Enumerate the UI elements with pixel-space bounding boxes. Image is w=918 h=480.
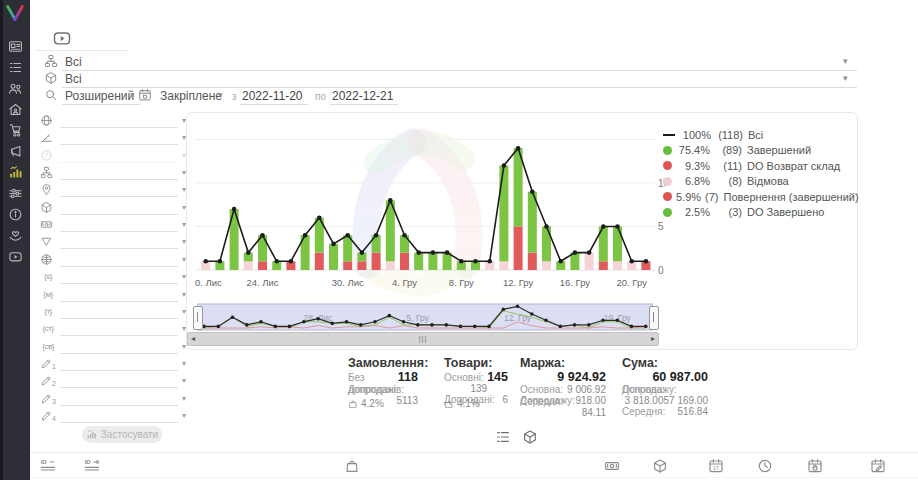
sidebar-item-card[interactable] xyxy=(0,36,30,57)
date-from-input[interactable]: 2022-11-20 xyxy=(242,89,303,103)
sliders-icon xyxy=(8,186,23,201)
filter-select-level[interactable]: ▾ xyxy=(38,130,180,147)
calendaredit-icon xyxy=(870,458,886,474)
column-header-calendar17[interactable]: 17 xyxy=(708,458,724,474)
column-header-calendaredit[interactable] xyxy=(870,458,886,474)
column-header-idline[interactable]: ID xyxy=(40,458,56,474)
filter-select-globe2[interactable]: ▾ xyxy=(38,252,180,269)
input-underline xyxy=(60,405,178,406)
filter-select-tag-{ст}[interactable]: {ст}▾ xyxy=(38,321,180,338)
sidebar-item-chart[interactable] xyxy=(0,162,30,183)
status-filter[interactable]: Всі ▾ xyxy=(40,54,860,71)
search-icon xyxy=(44,88,58,102)
filter-select-money[interactable]: ▾ xyxy=(38,217,180,234)
column-header-clock[interactable] xyxy=(757,458,773,474)
legend-count: (11) xyxy=(714,160,742,172)
navigator-right-handle[interactable] xyxy=(649,306,659,330)
filter-select-pencil[interactable]: 3▾ xyxy=(38,391,180,408)
summary-title: Товари:145 xyxy=(444,356,508,372)
input-underline xyxy=(60,335,178,336)
legend-count: (7) xyxy=(705,191,718,203)
filter-select-pencil[interactable]: 1▾ xyxy=(38,356,180,373)
sidebar-item-rows[interactable] xyxy=(0,57,30,78)
bag-icon xyxy=(344,458,360,474)
svg-text:5: 5 xyxy=(658,221,664,232)
filter-select-pencil[interactable]: 4▾ xyxy=(38,408,180,425)
chart-scrollbar[interactable]: ◂ ||| ▸ xyxy=(187,332,659,346)
dot-swatch xyxy=(663,192,672,201)
filter-select-funnel[interactable]: ▾ xyxy=(38,234,180,251)
dot-swatch xyxy=(663,146,672,155)
legend-item[interactable]: 75.4%(89)Завершений xyxy=(663,143,851,159)
svg-text:?: ? xyxy=(45,152,48,158)
date-to-label: по xyxy=(315,91,326,102)
filter-select-tag-{s}[interactable]: {s}▾ xyxy=(38,269,180,286)
chart-navigator[interactable]: 28. Лис5. Гру12. Гру19. Гру xyxy=(197,303,653,331)
scrollbar-grip[interactable]: ||| xyxy=(419,333,427,344)
legend-item[interactable]: 6.8%(8)Відмова xyxy=(663,174,851,190)
filter-select-globe[interactable]: ▾ xyxy=(38,113,180,130)
filter-select-help[interactable]: ?▾ xyxy=(38,148,180,165)
legend-item[interactable]: 9.3%(11)DO Возврат склад xyxy=(663,158,851,174)
filter-select-pin[interactable]: ▾ xyxy=(38,182,180,199)
column-header-bag[interactable] xyxy=(344,458,360,474)
legend-item[interactable]: 100%(118)Всі xyxy=(663,127,851,143)
sidebar-item-care[interactable] xyxy=(0,225,30,246)
filter-select-pencil[interactable]: 2▾ xyxy=(38,373,180,390)
period-mode-select[interactable]: Закріплене xyxy=(160,89,222,103)
package-icon xyxy=(44,71,58,85)
app-logo[interactable] xyxy=(4,3,26,23)
sidebar-item-info[interactable] xyxy=(0,204,30,225)
filter-select-package[interactable]: ▾ xyxy=(38,200,180,217)
sidebar-item-users[interactable] xyxy=(0,78,30,99)
care-icon xyxy=(8,228,23,243)
chevron-down-icon: ▾ xyxy=(182,359,186,368)
filter-tag-label: {s} xyxy=(38,272,58,281)
bag-icon xyxy=(348,399,358,409)
column-header-package[interactable] xyxy=(652,458,668,474)
level-icon xyxy=(40,131,53,144)
sidebar-item-home[interactable] xyxy=(0,99,30,120)
svg-text:17: 17 xyxy=(713,465,719,471)
svg-text:ID: ID xyxy=(85,459,92,465)
apply-button[interactable]: Застосувати xyxy=(82,426,162,443)
dot-swatch xyxy=(663,208,672,217)
column-header-idcircle[interactable]: ID xyxy=(84,458,100,474)
list-view-toggle[interactable] xyxy=(495,428,513,446)
product-filter[interactable]: Всі ▾ xyxy=(40,71,860,88)
sidebar-item-sliders[interactable] xyxy=(0,183,30,204)
filter-select-tag-{м}[interactable]: {м}▾ xyxy=(38,287,180,304)
legend-label: DO Завершено xyxy=(747,206,824,218)
calendar-icon xyxy=(138,88,152,102)
column-header-money[interactable] xyxy=(604,458,620,474)
navigator-left-handle[interactable] xyxy=(193,306,203,330)
date-to-input[interactable]: 2022-12-21 xyxy=(332,89,393,103)
filter-select-sitemap[interactable]: ▾ xyxy=(38,165,180,182)
date-from-label: з xyxy=(232,91,237,102)
filter-select-tag-{т}[interactable]: {т}▾ xyxy=(38,304,180,321)
column-header-calendarlock[interactable] xyxy=(807,458,823,474)
status-filter-value: Всі xyxy=(65,55,82,69)
info-icon xyxy=(8,207,23,222)
input-underline xyxy=(60,162,178,163)
legend-item[interactable]: 5.9%(7)Повернення (завершений) xyxy=(663,189,851,205)
search-mode-select[interactable]: Розширений xyxy=(65,89,134,103)
sidebar-item-video[interactable] xyxy=(0,246,30,267)
footer-divider xyxy=(30,452,918,453)
pencil-index: 4 xyxy=(52,415,56,422)
scroll-left-icon[interactable]: ◂ xyxy=(191,333,195,344)
legend-pct: 9.3% xyxy=(676,160,710,172)
summary-column: Товари:145Основні:139Допродані:64.1% xyxy=(444,356,508,409)
video-tutorial-button[interactable] xyxy=(52,28,74,47)
package-icon xyxy=(522,429,538,445)
legend-item[interactable]: 2.5%(3)DO Завершено xyxy=(663,205,851,221)
filter-select-tag-{св}[interactable]: {св}▾ xyxy=(38,339,180,356)
input-underline xyxy=(60,179,178,180)
svg-text:20. Лис: 20. Лис xyxy=(195,277,222,288)
product-view-toggle[interactable] xyxy=(522,428,540,446)
globe2-icon xyxy=(40,253,53,266)
sidebar-item-cart[interactable] xyxy=(0,120,30,141)
input-underline xyxy=(60,266,178,267)
sidebar-item-megaphone[interactable] xyxy=(0,141,30,162)
scroll-right-icon[interactable]: ▸ xyxy=(651,333,655,344)
